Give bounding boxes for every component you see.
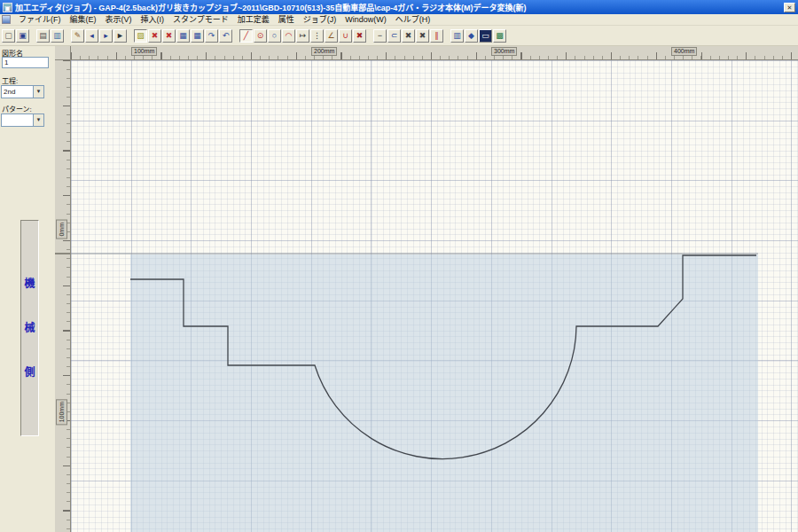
print-icon[interactable]: ▤	[36, 29, 50, 43]
ruler-label: 200mm	[311, 47, 337, 56]
menu-item[interactable]: ヘルプ(H)	[391, 14, 435, 25]
process-value: 2nd	[2, 86, 33, 98]
title-bar[interactable]: ▣ 加工エディタ(ジョブ) - GAP-4(2.5back)ガリ抜きカップジョブ…	[0, 0, 798, 14]
menu-item[interactable]: 編集(E)	[66, 14, 101, 25]
draw-circle-center-icon[interactable]: ⊙	[254, 29, 267, 43]
document-icon	[2, 15, 11, 24]
pattern-combobox[interactable]: ▼	[1, 113, 44, 127]
draw-arc-icon[interactable]: ◠	[282, 29, 295, 43]
chevron-down-icon[interactable]: ▼	[33, 86, 43, 98]
ruler-label: 100mm	[131, 47, 157, 56]
cad-geometry	[71, 60, 798, 532]
menu-item[interactable]: ファイル(F)	[14, 14, 66, 25]
chevron-down-icon[interactable]: ▼	[33, 114, 43, 126]
snap-node-icon[interactable]: ▸	[99, 29, 113, 43]
menu-item[interactable]: Window(W)	[340, 14, 391, 25]
cut-element-icon[interactable]: ✖	[402, 29, 415, 43]
menu-item[interactable]: ジョブ(J)	[299, 14, 341, 25]
ruler-origin-mark	[55, 253, 71, 254]
mark-point-1-icon[interactable]: ✖	[148, 29, 161, 43]
toolbar-group: ▤▥	[36, 29, 65, 43]
ruler-label: 400mm	[671, 47, 697, 56]
horizontal-ruler: 100mm200mm300mm400mm	[71, 46, 798, 60]
toolbar-group: ▢▣	[2, 29, 30, 43]
app-icon: ▣	[3, 3, 12, 12]
ruler-label: 300mm	[491, 47, 517, 56]
simulation-icon[interactable]: ◆	[465, 29, 478, 43]
pattern-value	[2, 114, 33, 126]
image-view-icon[interactable]: ▩	[493, 29, 506, 43]
machine-side-char: 機	[24, 278, 35, 289]
region-select-icon[interactable]: ▨	[134, 29, 147, 43]
ruler-corner	[55, 46, 71, 60]
ruler-label: 100mm	[56, 399, 67, 425]
menu-item[interactable]: 挿入(I)	[137, 14, 169, 25]
mesh-grid-1-icon[interactable]: ▦	[176, 29, 190, 43]
menu-items: ファイル(F)編集(E)表示(V)挿入(I)スタンプモード加工定義属性ジョブ(J…	[14, 14, 434, 25]
snap-point-icon[interactable]: ◂	[85, 29, 98, 43]
draw-circle-icon[interactable]: ○	[268, 29, 281, 43]
menu-item[interactable]: 加工定義	[233, 14, 274, 25]
menu-item[interactable]: 表示(V)	[101, 14, 137, 25]
pattern-label: パターン:	[2, 104, 32, 113]
toolbar: ▢▣▤▥✎◂▸►▨✖✖▦▦↷↶╱⊙○◠↦⋮∠∪✖−⊂✖✖∥▥◆▭▩	[0, 26, 798, 46]
left-panel: 図形名 工程: 2nd ▼ パターン: ▼ 機械側	[0, 46, 55, 532]
new-file-icon[interactable]: ▢	[2, 29, 15, 43]
rotate-ccw-icon[interactable]: ↶	[219, 29, 232, 43]
toolbar-group: −⊂✖✖∥	[373, 29, 444, 43]
process-combobox[interactable]: 2nd ▼	[1, 85, 44, 98]
process-label: 工程:	[2, 75, 18, 85]
machine-side-label: 機械側	[20, 220, 39, 436]
toolbar-group: ▥◆▭▩	[450, 29, 507, 43]
menu-item[interactable]: 属性	[274, 14, 299, 25]
mark-point-2-icon[interactable]: ✖	[162, 29, 176, 43]
select-cursor-icon[interactable]: ►	[113, 29, 127, 43]
erase-icon[interactable]: ✖	[353, 29, 366, 43]
pause-marks-icon[interactable]: ∥	[430, 29, 443, 43]
shrink-segment-icon[interactable]: −	[373, 29, 387, 43]
window-title: 加工エディタ(ジョブ) - GAP-4(2.5back)ガリ抜きカップジョブ~2…	[15, 2, 782, 13]
machine-side-char: 側	[24, 367, 35, 378]
menu-item[interactable]: スタンプモード	[168, 14, 233, 25]
chamfer-icon[interactable]: ∠	[325, 29, 338, 43]
close-button[interactable]: ✕	[784, 3, 795, 12]
mesh-grid-2-icon[interactable]: ▦	[191, 29, 204, 43]
save-icon[interactable]: ▣	[16, 29, 29, 43]
vertical-ruler: 0mm100mm	[55, 60, 71, 532]
cut-element-2-icon[interactable]: ✖	[416, 29, 429, 43]
print-preview-icon[interactable]: ▥	[51, 29, 64, 43]
extend-line-icon[interactable]: ↦	[296, 29, 309, 43]
toolbar-group: ╱⊙○◠↦⋮∠∪✖	[239, 29, 367, 43]
fillet-icon[interactable]: ∪	[339, 29, 352, 43]
toolbar-group: ✎◂▸►	[71, 29, 128, 43]
layer-columns-icon[interactable]: ▥	[450, 29, 464, 43]
machine-side-char: 械	[24, 323, 35, 333]
toolbar-groups: ▢▣▤▥✎◂▸►▨✖✖▦▦↷↶╱⊙○◠↦⋮∠∪✖−⊂✖✖∥▥◆▭▩	[2, 29, 513, 43]
divide-points-icon[interactable]: ⋮	[310, 29, 324, 43]
draw-line-icon[interactable]: ╱	[239, 29, 253, 43]
toolbar-group: ▨✖✖▦▦↷↶	[134, 29, 233, 43]
rotate-cw-icon[interactable]: ↷	[205, 29, 218, 43]
shape-name-input[interactable]	[2, 57, 49, 68]
trim-curve-icon[interactable]: ⊂	[387, 29, 401, 43]
monitor-view-icon[interactable]: ▭	[479, 29, 492, 43]
ruler-label: 0mm	[56, 220, 67, 239]
drawing-canvas[interactable]	[71, 60, 798, 532]
draw-pen-icon[interactable]: ✎	[71, 29, 84, 43]
application-window: { "window": { "icon_glyph": "▣", "title"…	[0, 0, 798, 532]
material-shaded-region	[130, 254, 758, 532]
menu-bar: ファイル(F)編集(E)表示(V)挿入(I)スタンプモード加工定義属性ジョブ(J…	[0, 14, 798, 26]
